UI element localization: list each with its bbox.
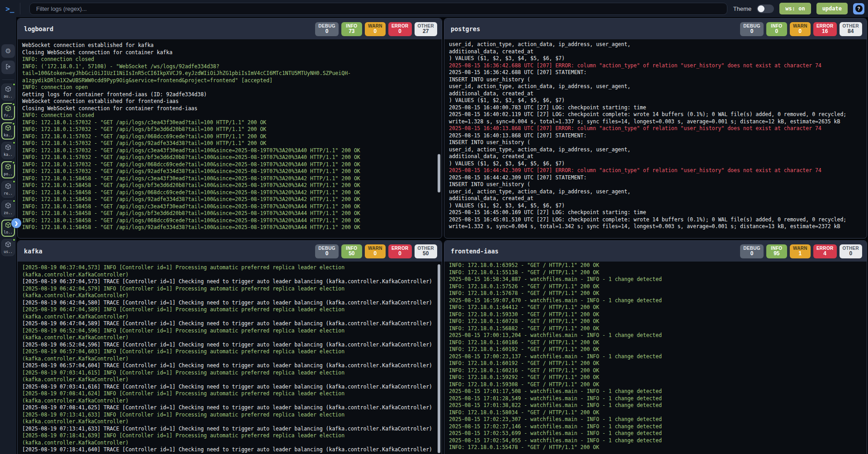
log-line: INFO: 172.18.0.1:58458 - "GET /api/logs/… — [22, 196, 437, 203]
log-line: INFO: 172.18.0.1:57032 - "GET /api/logs/… — [22, 133, 437, 140]
badge-label: WARN — [793, 246, 807, 251]
badge-label: WARN — [793, 23, 807, 28]
warn-count-badge[interactable]: WARN1 — [790, 244, 811, 258]
log-line: 2025-08-15 16:44:42.309 UTC [207] ERROR:… — [449, 167, 862, 174]
question-mark-icon: ? — [855, 5, 863, 12]
settings-button[interactable]: ⚙ — [1, 44, 15, 58]
error-count-badge[interactable]: ERROR16 — [813, 22, 837, 36]
level-badges: DEBUG0INFO0WARN0ERROR16OTHER84 — [740, 22, 862, 36]
error-count-badge[interactable]: ERROR0 — [388, 244, 412, 258]
badge-count: 27 — [418, 28, 434, 34]
log-line: 2025-08-15 17:01:28,549 - watchfiles.mai… — [449, 395, 862, 403]
other-count-badge[interactable]: OTHER0 — [840, 244, 863, 258]
log-line: [2025-08-19 06:42:04,580] TRACE [Control… — [22, 300, 437, 307]
log-line: tail=100&token=eyJhbGciOiJIUzI1NiIsInR5c… — [22, 70, 437, 77]
log-line: INFO: 172.18.0.1:57032 - "GET /api/logs/… — [22, 119, 437, 126]
badge-label: DEBUG — [743, 23, 760, 28]
other-count-badge[interactable]: OTHER50 — [415, 244, 438, 258]
log-output-area[interactable]: user_id, action_type, action_data, ip_ad… — [444, 39, 867, 238]
log-line: INSERT INTO user_history ( — [449, 139, 862, 146]
update-button[interactable]: update — [816, 3, 848, 14]
log-line: INFO: 172.18.0.1:60728 - "GET / HTTP/1.1… — [449, 318, 862, 325]
warn-count-badge[interactable]: WARN0 — [365, 22, 386, 36]
sidebar-item-label: re.. — [4, 192, 12, 196]
log-line: INFO: 172.18.0.1:58458 - "GET /api/logs/… — [22, 210, 437, 217]
sidebar-item-container-8[interactable]: us.. — [1, 239, 15, 256]
log-output-area[interactable]: [2025-08-19 06:37:04,573] INFO [Controll… — [18, 262, 442, 454]
log-line: [2025-08-19 07:08:41,624] INFO [Controll… — [22, 390, 437, 398]
log-line: 2025-08-15 17:01:38,822 - watchfiles.mai… — [449, 402, 862, 409]
debug-count-badge[interactable]: DEBUG0 — [315, 244, 339, 258]
log-line: 2025-08-15 17:02:53,699 - watchfiles.mai… — [449, 430, 862, 437]
help-button[interactable]: ? — [853, 3, 864, 14]
scrollbar-thumb[interactable] — [438, 154, 440, 192]
log-line: INFO: 172.18.0.1:57678 - "GET / HTTP/1.1… — [449, 290, 862, 297]
error-count-badge[interactable]: ERROR4 — [813, 244, 837, 258]
log-line: 2025-08-15 16:36:42.688 UTC [207] ERROR:… — [449, 62, 862, 70]
container-cube-icon — [5, 241, 11, 249]
log-line: additional_data, created_at — [449, 48, 862, 56]
sidebar-item-container-1[interactable]: fr.. — [1, 103, 15, 120]
debug-count-badge[interactable]: DEBUG0 — [315, 22, 339, 36]
log-line: ) VALUES ($1, $2, $3, $4, $5, $6, $7) — [449, 97, 862, 104]
warn-count-badge[interactable]: WARN0 — [790, 22, 811, 36]
panel-title: logboard — [24, 25, 53, 33]
warn-count-badge[interactable]: WARN0 — [365, 244, 386, 258]
scrollbar-thumb[interactable] — [438, 264, 440, 453]
log-output-area[interactable]: WebSocket connection established for kaf… — [18, 39, 442, 238]
log-line: [2025-08-19 06:52:04,596] TRACE [Control… — [22, 342, 437, 349]
sidebar-item-container-5[interactable]: re.. — [1, 181, 15, 198]
log-line: INFO: 172.18.0.1:60192 - "GET / HTTP/1.1… — [449, 346, 862, 353]
sidebar-item-container-2[interactable]: ka.. — [1, 122, 15, 140]
log-line: user_id, action_type, action_data, ip_ad… — [449, 146, 862, 154]
sidebar-expand-button[interactable]: ❯ — [11, 218, 21, 228]
websocket-status-button[interactable]: ws: on — [779, 3, 811, 14]
log-line: [2025-08-19 06:37:04,573] INFO [Controll… — [22, 264, 437, 271]
badge-count: 50 — [344, 251, 359, 257]
logout-button[interactable] — [1, 61, 15, 74]
sidebar-item-label: zo.. — [4, 211, 12, 215]
badge-label: OTHER — [843, 23, 859, 28]
debug-count-badge[interactable]: DEBUG0 — [740, 22, 764, 36]
sidebar-item-container-3[interactable]: ka.. — [1, 142, 15, 159]
theme-toggle[interactable] — [757, 5, 774, 13]
sidebar-item-container-0[interactable]: au.. — [1, 84, 15, 101]
log-line: additional_data, created_at — [449, 153, 862, 160]
other-count-badge[interactable]: OTHER84 — [840, 22, 863, 36]
log-line: INFO: 172.18.0.1:57032 - "GET /api/logs/… — [22, 161, 437, 168]
log-line: INFO: 172.18.0.1:55478 - "GET / HTTP/1.1… — [449, 444, 862, 451]
log-line: [2025-08-19 06:37:04,573] TRACE [Control… — [22, 278, 437, 286]
log-line: INFO: 172.18.0.1:58458 - "GET /api/logs/… — [22, 189, 437, 197]
container-status-dot — [12, 122, 15, 126]
container-cube-icon — [5, 222, 11, 230]
log-line: INFO: 172.18.0.1:57032 - "GET /api/logs/… — [22, 147, 437, 154]
badge-label: INFO — [344, 246, 359, 251]
theme-label: Theme — [733, 5, 751, 12]
badge-label: WARN — [368, 23, 382, 28]
sidebar-item-container-4[interactable]: po.. — [1, 161, 15, 178]
debug-count-badge[interactable]: DEBUG0 — [740, 244, 764, 258]
log-line: [2025-08-19 07:18:41,639] INFO [Controll… — [22, 432, 437, 440]
other-count-badge[interactable]: OTHER27 — [415, 22, 438, 36]
badge-count: 95 — [769, 251, 784, 257]
badge-count: 0 — [743, 28, 760, 34]
log-line: additional_data, created_at — [449, 90, 862, 98]
sidebar-item-label: fr.. — [4, 114, 12, 118]
log-output-area[interactable]: INFO: 172.18.0.1:63952 - "GET / HTTP/1.1… — [444, 262, 867, 454]
log-line: (kafka.controller.KafkaController) — [22, 418, 437, 426]
sidebar-item-label: au.. — [4, 94, 12, 98]
container-cube-icon — [5, 86, 11, 94]
log-line: (kafka.controller.KafkaController) — [22, 376, 437, 384]
info-count-badge[interactable]: INFO73 — [341, 22, 362, 36]
info-count-badge[interactable]: INFO0 — [766, 22, 787, 36]
info-count-badge[interactable]: INFO95 — [766, 244, 787, 258]
badge-label: OTHER — [843, 246, 859, 251]
filter-logs-input[interactable] — [29, 3, 727, 15]
error-count-badge[interactable]: ERROR0 — [388, 22, 412, 36]
log-line: Getting logs for container frontend-iaas… — [22, 91, 437, 98]
badge-label: DEBUG — [318, 23, 335, 28]
sidebar-item-label: ka.. — [4, 133, 12, 137]
log-line: [2025-08-19 06:47:04,589] TRACE [Control… — [22, 320, 437, 328]
info-count-badge[interactable]: INFO50 — [341, 244, 362, 258]
sidebar-item-container-6[interactable]: zo.. — [1, 200, 15, 217]
